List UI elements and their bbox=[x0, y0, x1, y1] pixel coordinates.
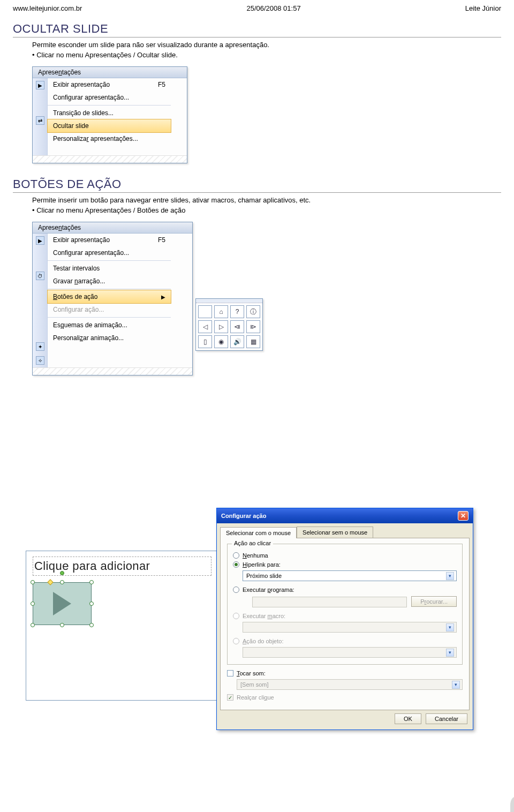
submenu-grip[interactable] bbox=[196, 299, 262, 303]
action-btn-return[interactable]: ◉ bbox=[214, 335, 228, 348]
menu-item-ocultar-slide[interactable]: Ocultar slide bbox=[47, 119, 171, 133]
resize-handle[interactable] bbox=[31, 602, 35, 606]
menu-item-configurar2[interactable]: Configurar apresentação... bbox=[48, 246, 171, 259]
dialog-titlebar[interactable]: Configurar ação ✕ bbox=[217, 508, 473, 523]
chevron-down-icon: ▾ bbox=[446, 649, 454, 657]
section1-desc: Permite esconder um slide para não ser v… bbox=[32, 41, 501, 49]
action-btn-document[interactable]: ▯ bbox=[198, 335, 212, 348]
ok-button[interactable]: OK bbox=[395, 713, 421, 724]
input-program-path bbox=[252, 597, 407, 607]
action-btn-home[interactable]: ⌂ bbox=[214, 305, 228, 318]
menu-item-personalizar-anim[interactable]: Personalizar animação... bbox=[48, 332, 171, 344]
adjust-handle[interactable] bbox=[47, 579, 53, 585]
chevron-down-icon: ▾ bbox=[446, 623, 454, 631]
checkbox-sound[interactable] bbox=[227, 670, 233, 676]
action-btn-blank[interactable] bbox=[198, 305, 212, 318]
browse-button: Procurar... bbox=[411, 596, 457, 607]
play-icon bbox=[53, 592, 71, 615]
tab-mouse-click[interactable]: Selecionar com o mouse bbox=[220, 527, 297, 538]
radio-macro bbox=[233, 613, 239, 619]
rotate-handle[interactable] bbox=[60, 571, 64, 575]
menu-item-configurar[interactable]: Configurar apresentação... bbox=[48, 91, 171, 104]
page-header: www.leitejunior.com.br 25/06/2008 01:57 … bbox=[13, 4, 501, 14]
menu-separator bbox=[48, 260, 171, 261]
menu-item-exibir2[interactable]: Exibir apresentaçãoF5 bbox=[48, 234, 171, 246]
combo-sound: [Sem som]▾ bbox=[237, 679, 463, 690]
resize-handle[interactable] bbox=[89, 623, 94, 627]
menu-item-config-acao: Configurar ação... bbox=[48, 303, 171, 316]
resize-handle[interactable] bbox=[89, 602, 94, 606]
section1-bullet: Clicar no menu Apresentações / Ocultar s… bbox=[32, 51, 501, 59]
label-program: Executar programa: bbox=[243, 587, 294, 593]
menu-item-exibir[interactable]: Exibir apresentaçãoF5 bbox=[48, 78, 171, 91]
inserted-action-button[interactable] bbox=[33, 582, 92, 625]
dialog-configurar-acao: Configurar ação ✕ Selecionar com o mouse… bbox=[216, 508, 473, 730]
combo-macro: ▾ bbox=[243, 622, 457, 633]
action-btn-info[interactable]: ⓘ bbox=[246, 305, 260, 318]
action-btn-back[interactable]: ◁ bbox=[198, 320, 212, 333]
action-btn-sound[interactable]: 🔊 bbox=[230, 335, 244, 348]
dialog-title-text: Configurar ação bbox=[221, 513, 266, 519]
action-buttons-submenu: ⌂ ? ⓘ ◁ ▷ ⧏ ⧐ ▯ ◉ 🔊 ▦ bbox=[195, 298, 263, 351]
radio-none[interactable] bbox=[233, 552, 239, 559]
label-hyperlink: Hiperlink para: bbox=[243, 561, 281, 568]
group-title-action: Ação ao clicar bbox=[232, 540, 273, 546]
chevron-right-icon: ▶ bbox=[161, 294, 165, 300]
label-sound: Tocar som: bbox=[237, 670, 266, 676]
menu-item-esquemas[interactable]: Esquemas de animação... bbox=[48, 319, 171, 332]
radio-object bbox=[233, 638, 239, 644]
action-btn-help[interactable]: ? bbox=[230, 305, 244, 318]
menu-apresentacoes-2: Apresentações ▶ ⏱ ✦ ✧ bbox=[32, 222, 193, 375]
resize-handle[interactable] bbox=[89, 580, 94, 584]
menu-item-gravar[interactable]: Gravar narração... bbox=[48, 275, 171, 288]
label-highlight: Realçar clique bbox=[237, 694, 274, 701]
resize-handle[interactable] bbox=[60, 623, 64, 627]
header-left: www.leitejunior.com.br bbox=[13, 4, 82, 12]
slideshow-icon: ▶ bbox=[36, 81, 44, 89]
slideshow-icon: ▶ bbox=[36, 236, 44, 245]
chevron-down-icon: ▾ bbox=[452, 681, 460, 689]
section2-bullet: Clicar no menu Apresentações / Botões de… bbox=[32, 206, 501, 214]
combo-hyperlink[interactable]: Próximo slide ▾ bbox=[243, 570, 457, 581]
radio-program[interactable] bbox=[233, 587, 239, 593]
menu-separator bbox=[48, 317, 171, 318]
slide-editor-preview: Clique para adicionar bbox=[26, 551, 218, 701]
header-center: 25/06/2008 01:57 bbox=[246, 4, 300, 12]
menu1-title[interactable]: Apresentações bbox=[33, 67, 187, 78]
action-btn-movie[interactable]: ▦ bbox=[246, 335, 260, 348]
menu2-title[interactable]: Apresentações bbox=[33, 222, 192, 234]
custom-anim-icon: ✧ bbox=[36, 356, 44, 365]
menu-item-testar[interactable]: Testar intervalos bbox=[48, 262, 171, 275]
menu-item-botoes-acao[interactable]: Botões de ação▶ bbox=[47, 290, 171, 304]
action-btn-last[interactable]: ⧐ bbox=[246, 320, 260, 333]
tab-mouse-over[interactable]: Selecionar sem o mouse bbox=[297, 527, 373, 538]
section-title-botoes: BOTÕES DE AÇÃO bbox=[13, 177, 501, 193]
label-none: Nenhuma bbox=[243, 552, 268, 559]
menu-apresentacoes-1: Apresentações ▶ ⇄ Exibir apresentaçãoF5 … bbox=[32, 66, 187, 163]
menu-separator bbox=[48, 289, 171, 289]
header-right: Leite Júnior bbox=[465, 4, 501, 12]
checkbox-highlight: ✓ bbox=[227, 694, 233, 701]
radio-hyperlink[interactable] bbox=[233, 561, 239, 568]
action-btn-first[interactable]: ⧏ bbox=[230, 320, 244, 333]
watermark-url: WWW.LEITEJUNIOR.COM.BR bbox=[502, 793, 514, 812]
section-title-ocultar: OCULTAR SLIDE bbox=[13, 22, 501, 37]
section2-desc: Permite inserir um botão para navegar en… bbox=[32, 196, 501, 204]
cancel-button[interactable]: Cancelar bbox=[426, 713, 467, 724]
action-btn-forward[interactable]: ▷ bbox=[214, 320, 228, 333]
close-icon[interactable]: ✕ bbox=[458, 511, 468, 521]
resize-handle[interactable] bbox=[60, 580, 64, 584]
combo-object: ▾ bbox=[243, 647, 457, 658]
menu-item-personalizar-apres[interactable]: Personalizar apresentações... bbox=[48, 132, 171, 145]
anim-scheme-icon: ✦ bbox=[36, 342, 44, 351]
label-object: Ação do objeto: bbox=[243, 638, 283, 644]
chevron-down-icon[interactable]: ▾ bbox=[446, 572, 454, 580]
resize-handle[interactable] bbox=[31, 580, 35, 584]
resize-handle[interactable] bbox=[31, 623, 35, 627]
menu-torn-edge bbox=[33, 155, 187, 163]
transition-icon: ⇄ bbox=[36, 116, 44, 125]
label-macro: Executar macro: bbox=[243, 613, 285, 619]
menu-torn-edge bbox=[33, 367, 192, 375]
menu-separator bbox=[48, 105, 171, 106]
menu-item-transicao[interactable]: Transição de slides... bbox=[48, 107, 171, 119]
